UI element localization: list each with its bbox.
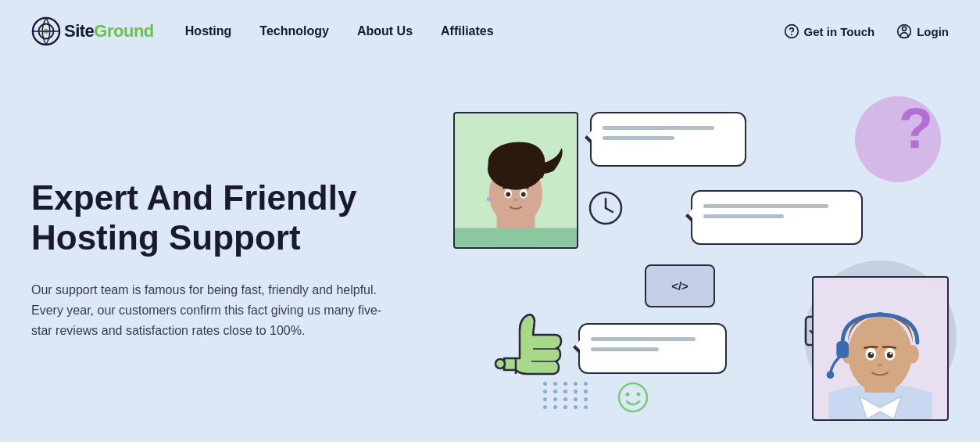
svg-point-15 [487, 196, 492, 201]
svg-point-31 [907, 345, 919, 363]
question-circle-icon [784, 23, 799, 39]
bubble-line [603, 126, 714, 130]
hero-illustration: ? </> [438, 96, 949, 425]
nav-link-hosting[interactable]: Hosting [185, 24, 232, 38]
nav-link-technology[interactable]: Technology [259, 24, 329, 38]
svg-point-29 [848, 315, 912, 392]
man-portrait [812, 276, 949, 421]
svg-point-38 [871, 352, 873, 354]
svg-point-21 [495, 359, 505, 368]
hero-title: Expert And Friendly Hosting Support [31, 178, 406, 257]
nav-link-about-us[interactable]: About Us [357, 24, 413, 38]
hero-text: Expert And Friendly Hosting Support Our … [31, 178, 438, 341]
woman-portrait [453, 112, 578, 249]
bubble-1-content [592, 113, 745, 153]
bubble-line [591, 337, 696, 341]
code-tag-bubble: </> [645, 264, 715, 307]
logo[interactable]: SiteGround [31, 16, 154, 46]
svg-rect-8 [455, 228, 577, 246]
bubble-line [703, 204, 828, 208]
login-button[interactable]: Login [896, 23, 949, 39]
svg-point-33 [827, 371, 835, 379]
speech-bubble-1 [590, 112, 746, 167]
thumbs-up-icon [477, 296, 570, 390]
hero-description: Our support team is famous for being fas… [31, 280, 391, 342]
navbar: SiteGround Hosting Technology About Us A… [0, 0, 980, 63]
speech-bubble-3 [578, 323, 727, 374]
nav-right: Get in Touch Login [784, 23, 949, 39]
siteground-logo-icon [31, 16, 61, 46]
svg-point-13 [506, 192, 510, 196]
bubble-2-content [692, 192, 861, 231]
question-mark-decoration: ? [899, 100, 933, 156]
svg-point-26 [637, 392, 641, 396]
get-in-touch-button[interactable]: Get in Touch [784, 23, 875, 39]
login-label: Login [917, 25, 949, 38]
nav-links: Hosting Technology About Us Affiliates [185, 24, 784, 38]
nav-link-affiliates[interactable]: Affiliates [441, 24, 494, 38]
man-face-svg [814, 278, 947, 419]
svg-point-39 [889, 352, 892, 354]
get-in-touch-label: Get in Touch [804, 25, 875, 38]
code-tag-text: </> [671, 279, 689, 293]
main-content: Expert And Friendly Hosting Support Our … [0, 63, 980, 442]
illustration-container: ? </> [438, 96, 949, 425]
smiley-icon [617, 382, 649, 413]
bubble-line [603, 136, 674, 140]
bubble-line [703, 214, 784, 218]
logo-text: SiteGround [64, 21, 154, 41]
speech-bubble-2 [691, 190, 863, 245]
user-circle-icon [896, 23, 912, 39]
svg-point-25 [626, 392, 630, 396]
dots-pattern-decoration [543, 382, 590, 409]
bubble-line [591, 347, 659, 351]
bubble-3-content [580, 325, 725, 364]
svg-line-18 [606, 208, 613, 212]
woman-face-svg [455, 113, 577, 247]
clock-icon [588, 190, 624, 226]
svg-point-24 [619, 383, 647, 411]
svg-point-14 [521, 192, 526, 196]
